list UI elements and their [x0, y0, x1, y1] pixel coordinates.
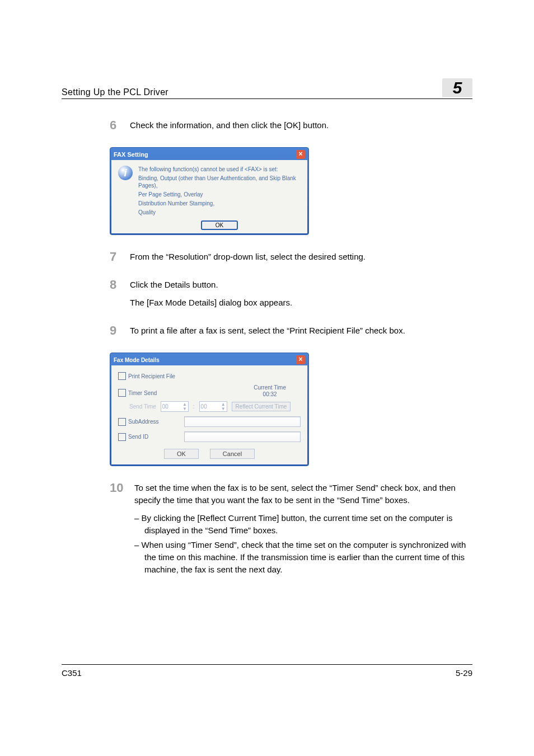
step-num-8: 8 — [110, 279, 130, 291]
current-time: Current Time 00:32 — [254, 384, 286, 398]
dlg1-line4: Distribution Number Stamping, — [138, 200, 301, 207]
step-10-bullet-1: By clicking the [Reflect Current Time] b… — [144, 512, 472, 537]
cancel-button[interactable]: Cancel — [210, 449, 255, 459]
send-time-hour-spinner[interactable]: 00▲▼ — [161, 401, 189, 412]
send-id-checkbox[interactable] — [118, 433, 126, 441]
step-8-text-2: The [Fax Mode Details] dialog box appear… — [130, 297, 472, 309]
step-9-text: To print a file after a fax is sent, sel… — [130, 325, 472, 337]
step-6-text: Check the information, and then click th… — [130, 119, 472, 132]
dlg1-line5: Quality — [138, 209, 301, 216]
step-num-10: 10 — [110, 482, 134, 494]
send-id-label: Send ID — [128, 434, 148, 440]
step-num-9: 9 — [110, 325, 130, 337]
dlg1-line2: Binding, Output (other than User Authent… — [138, 175, 301, 189]
close-icon[interactable]: × — [296, 150, 305, 159]
close-icon[interactable]: × — [296, 355, 305, 364]
send-time-label: Send Time — [129, 403, 156, 410]
dlg1-line3: Per Page Setting, Overlay — [138, 191, 301, 198]
print-recipient-checkbox[interactable] — [118, 372, 126, 380]
reflect-current-time-button[interactable]: Reflect Current Time — [232, 402, 291, 411]
dlg1-line1: The following function(s) cannot be used… — [138, 166, 301, 173]
dialog-title: Fax Mode Details — [114, 357, 160, 363]
step-8-text-1: Click the Details button. — [130, 279, 472, 291]
step-10-bullet-2: When using “Timer Send”, check that the … — [144, 539, 472, 576]
ok-button[interactable]: OK — [201, 220, 238, 230]
print-recipient-label: Print Recipient File — [128, 373, 175, 379]
subaddress-checkbox[interactable] — [118, 418, 126, 426]
footer-page: 5-29 — [456, 668, 472, 678]
info-icon: i — [118, 166, 133, 180]
step-7-text: From the “Resolution” drop-down list, se… — [130, 251, 472, 263]
ok-button[interactable]: OK — [164, 449, 199, 459]
timer-send-checkbox[interactable] — [118, 389, 126, 397]
send-id-field[interactable] — [184, 431, 301, 442]
chapter-number-badge: 5 — [442, 78, 472, 97]
step-num-7: 7 — [110, 251, 130, 263]
fax-mode-details-dialog: Fax Mode Details × Print Recipient File … — [110, 353, 309, 466]
subaddress-field[interactable] — [184, 416, 301, 427]
step-num-6: 6 — [110, 119, 130, 132]
subaddress-label: SubAddress — [128, 419, 158, 425]
footer-model: C351 — [62, 668, 82, 678]
send-time-min-spinner[interactable]: 00▲▼ — [199, 401, 227, 412]
running-title: Setting Up the PCL Driver — [62, 87, 168, 97]
timer-send-label: Timer Send — [128, 390, 157, 396]
step-10-text: To set the time when the fax is to be se… — [134, 482, 472, 506]
dialog-title: FAX Setting — [114, 151, 148, 158]
fax-setting-dialog: FAX Setting × i The following function(s… — [110, 147, 309, 235]
